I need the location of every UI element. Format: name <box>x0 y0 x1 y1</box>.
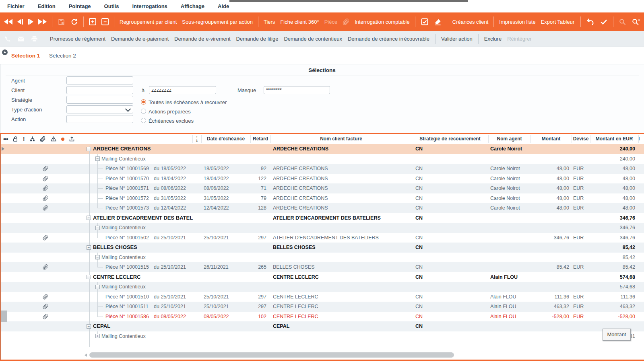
tab-selection-2[interactable]: Sélection 2 <box>49 53 76 59</box>
menu-outils[interactable]: Outils <box>104 3 119 9</box>
client-from-input[interactable] <box>66 86 133 94</box>
collapse-node-icon[interactable]: − <box>95 226 100 230</box>
previous-record-icon[interactable] <box>17 19 23 25</box>
grid-row-piece[interactable]: Pièce N° 10001573du 12/04/202212/04/2022… <box>0 203 644 213</box>
status-dot-icon[interactable] <box>61 138 64 141</box>
horizontal-scrollbar-thumb[interactable] <box>89 352 454 358</box>
grid-row-action-group[interactable]: −Mailing Contentieux240,00 <box>0 154 644 164</box>
client-to-input[interactable] <box>149 86 216 94</box>
collapse-node-icon[interactable]: − <box>87 147 91 151</box>
demande-creance-irrecouvrable-button[interactable]: Demande de créance irrécouvrable <box>348 36 429 42</box>
expand-node-icon[interactable]: + <box>95 334 100 338</box>
grid-row-client-group[interactable]: −CENTRE LECLERCCENTRE LECLERCCNAlain FLO… <box>0 272 644 282</box>
column-header-montant[interactable]: Montant <box>530 134 572 144</box>
export-tableur-button[interactable]: Export Tableur <box>541 19 575 25</box>
column-header-partial[interactable]: I <box>638 134 644 144</box>
type-action-value[interactable] <box>66 105 133 113</box>
column-header-nom-client[interactable]: Nom client facturé <box>270 134 412 144</box>
refresh-icon[interactable] <box>70 18 78 26</box>
menu-pointage[interactable]: Pointage <box>69 3 91 9</box>
column-header-date-echeance[interactable]: Date d'échéance <box>201 134 250 144</box>
tiers-button[interactable]: Tiers <box>264 19 275 25</box>
interrogation-comptable-button[interactable]: Interrogation comptable <box>355 19 410 25</box>
zoom-plus-icon[interactable] <box>632 18 640 26</box>
menu-affichage[interactable]: Affichage <box>181 3 204 9</box>
menu-fichier[interactable]: Fichier <box>7 3 25 9</box>
valider-action-button[interactable]: Valider action <box>441 36 473 42</box>
menu-aide[interactable]: Aide <box>218 3 229 9</box>
collapse-node-icon[interactable]: − <box>95 285 100 289</box>
grid-row-piece[interactable]: Pièce N° 10001572du 31/05/202231/05/2022… <box>0 193 644 204</box>
promesse-reglement-button[interactable]: Promesse de règlement <box>50 36 105 42</box>
impression-liste-button[interactable]: Impression liste <box>499 19 535 25</box>
tab-selection-1[interactable]: Sélection 1 <box>11 53 40 59</box>
export-row-icon[interactable] <box>69 136 75 142</box>
hierarchy-icon[interactable] <box>29 136 35 142</box>
demande-e-virement-button[interactable]: Demande de e-virement <box>174 36 230 42</box>
column-header-montant-eur[interactable]: Montant en EUR <box>590 134 638 144</box>
confirm-check-icon[interactable] <box>600 18 608 26</box>
menu-interrogations[interactable]: Interrogations <box>132 3 167 9</box>
grid-row-client-group[interactable]: −BELLES CHOSESBELLES CHOSESCN85,42 <box>0 243 644 253</box>
radio-toutes-echeances[interactable] <box>141 99 146 105</box>
collapse-node-icon[interactable]: − <box>87 324 91 329</box>
masque-input[interactable] <box>264 86 330 94</box>
collapse-node-icon[interactable]: − <box>87 275 91 279</box>
exclure-button[interactable]: Exclure <box>484 36 502 42</box>
eraser-icon[interactable] <box>434 18 442 26</box>
grid-row-client-group[interactable]: −CEPALCEPALCN <box>0 321 644 331</box>
collapse-all-icon[interactable]: − <box>101 18 109 25</box>
collapse-node-icon[interactable]: − <box>95 255 100 259</box>
first-record-icon[interactable] <box>4 19 12 25</box>
grid-row-piece[interactable]: Pièce N° 10001569du 18/05/202218/05/2022… <box>0 164 644 174</box>
last-record-icon[interactable] <box>38 19 47 25</box>
grid-row-piece[interactable]: Pièce N° 10001510du 25/10/202125/10/2021… <box>0 292 644 302</box>
collapse-node-icon[interactable]: − <box>87 245 91 250</box>
creances-client-button[interactable]: Créances client <box>452 19 489 25</box>
priority-icon[interactable]: ! <box>23 136 25 142</box>
attachment-column-icon[interactable] <box>40 136 46 142</box>
collapse-node-icon[interactable]: − <box>87 216 91 220</box>
type-action-select[interactable] <box>66 105 133 113</box>
sort-indicator[interactable]: ↑ 1 <box>194 135 200 143</box>
grid-row-action-group[interactable]: +Mailing Contentieux557,81 <box>0 331 644 341</box>
lock-icon[interactable] <box>12 136 19 142</box>
sous-regroupement-par-action-button[interactable]: Sous-regroupement par action <box>182 19 253 25</box>
radio-actions-preparees[interactable] <box>141 109 146 114</box>
row-scroll-marker[interactable] <box>1 311 7 322</box>
grid-row-client-group[interactable]: −ATELIER D'ENCADREMENT DES BATELATELIER … <box>0 213 644 223</box>
grid-row-piece[interactable]: Pièce N° 10001511du 25/10/202125/10/2021… <box>0 302 644 312</box>
grid-row-piece[interactable]: Pièce N° 10001571du 08/06/202208/06/2022… <box>0 183 644 193</box>
warning-icon[interactable] <box>50 136 57 142</box>
grid-row-client-group[interactable]: −ARDECHE CREATIONSARDECHE CREATIONSCNCar… <box>0 144 644 154</box>
column-header-devise[interactable]: Devise <box>572 134 590 144</box>
demande-litige-button[interactable]: Demande de litige <box>236 36 279 42</box>
column-header-strategie[interactable]: Stratégie de recouvrement <box>412 134 488 144</box>
strategie-input[interactable] <box>66 96 133 104</box>
grid-row-piece[interactable]: Pièce N° 10001515du 25/10/202126/11/2021… <box>0 262 644 272</box>
grid-row-piece[interactable]: Pièce N° 10001502du 25/10/202125/10/2021… <box>0 233 644 243</box>
hscroll-left-arrow[interactable] <box>85 354 87 357</box>
fiche-client-360-button[interactable]: Fiche client 360° <box>280 19 319 25</box>
action-input[interactable] <box>66 115 133 123</box>
grid-row-action-group[interactable]: −Mailing Contentieux346,76 <box>0 223 644 233</box>
expand-all-icon[interactable]: + <box>89 18 96 25</box>
demande-contentieux-button[interactable]: Demande de contentieux <box>284 36 342 42</box>
grid-row-piece[interactable]: Pièce N° 10001570du 18/04/202218/04/2022… <box>0 174 644 184</box>
validate-checkbox-icon[interactable] <box>421 18 429 26</box>
grid-row-action-group[interactable]: −Mailing Contentieux574,68 <box>0 282 644 292</box>
demande-e-paiement-button[interactable]: Demande de e-paiement <box>111 36 169 42</box>
collapse-node-icon[interactable]: − <box>95 156 100 161</box>
agent-input[interactable] <box>66 76 133 84</box>
grid-row-piece[interactable]: Pièce N° 10001586du 08/05/202208/05/2022… <box>0 312 644 322</box>
menu-edition[interactable]: Edition <box>38 3 56 9</box>
regroupement-par-client-button[interactable]: Regroupement par client <box>120 19 177 25</box>
undo-icon[interactable] <box>586 18 594 26</box>
radio-echeances-exclues[interactable] <box>141 118 146 123</box>
next-record-icon[interactable] <box>28 19 33 25</box>
collapse-panel-icon[interactable] <box>2 49 8 55</box>
column-header-retard[interactable]: Retard <box>250 134 270 144</box>
grid-row-action-group[interactable]: −Mailing Contentieux85,42 <box>0 253 644 263</box>
more-options-icon[interactable]: ••• <box>3 137 8 141</box>
column-header-nom-agent[interactable]: Nom agent <box>488 134 530 144</box>
